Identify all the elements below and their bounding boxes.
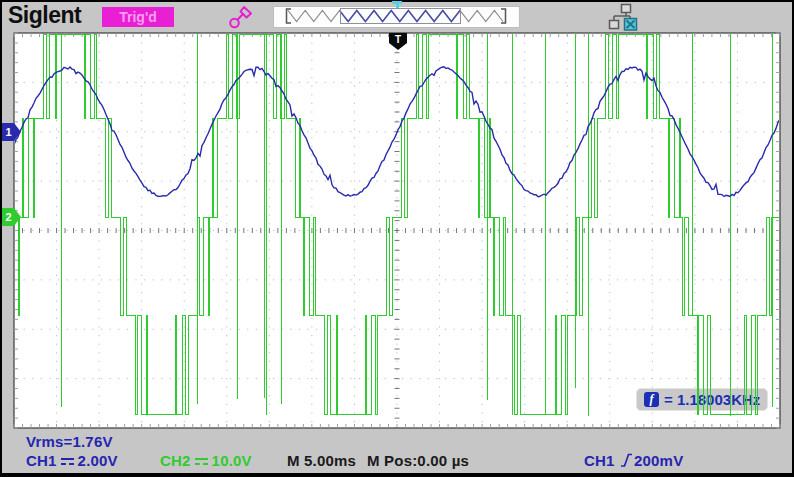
ch2-scale-value: 10.0V <box>212 452 252 469</box>
vrms-readout: Vrms=1.76V <box>26 433 113 450</box>
ch1-scale-value: 2.00V <box>78 452 118 469</box>
graticule <box>14 33 780 428</box>
rising-edge-icon <box>620 452 633 468</box>
frequency-value: = 1.18003KHz <box>664 391 760 408</box>
dc-coupling-icon <box>194 456 209 467</box>
timebase-readout: M 5.00ms <box>287 452 356 469</box>
ch2-label: CH2 <box>160 452 191 469</box>
ch1-scale-readout: CH12.00V <box>26 452 118 469</box>
trigger-source-readout: CH1 200mV <box>584 452 683 469</box>
ch2-scale-readout: CH210.0V <box>160 452 252 469</box>
frequency-readout-badge: f = 1.18003KHz <box>636 388 768 411</box>
ch1-label: CH1 <box>26 452 57 469</box>
trigger-level-value: 200mV <box>634 452 683 469</box>
oscilloscope-display: Siglent Trig'd f = 1.18003KHz 12T Vrms=1… <box>0 0 794 477</box>
trigger-position-readout: M Pos:0.00 µs <box>367 452 469 469</box>
trigger-source-label: CH1 <box>584 452 615 469</box>
dc-coupling-icon <box>60 456 75 467</box>
frequency-icon: f <box>644 392 659 407</box>
